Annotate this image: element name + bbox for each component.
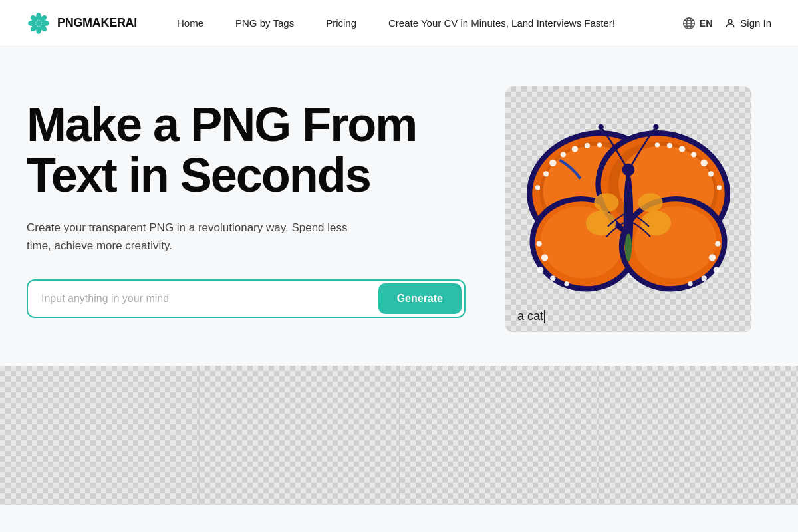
svg-point-21 bbox=[572, 146, 578, 152]
svg-point-50 bbox=[714, 267, 720, 273]
svg-point-19 bbox=[549, 160, 556, 166]
svg-point-48 bbox=[709, 254, 716, 261]
sign-in-button[interactable]: Sign In bbox=[724, 17, 771, 29]
prompt-input[interactable] bbox=[28, 282, 376, 315]
language-label: EN bbox=[700, 18, 712, 29]
svg-point-55 bbox=[594, 193, 618, 212]
svg-point-25 bbox=[535, 185, 540, 190]
promo-link[interactable]: Create Your CV in Minutes, Land Intervie… bbox=[388, 17, 615, 29]
svg-point-51 bbox=[702, 275, 707, 281]
generate-form: Generate bbox=[27, 279, 466, 318]
svg-point-58 bbox=[622, 164, 635, 176]
svg-point-42 bbox=[655, 142, 660, 147]
svg-point-29 bbox=[541, 254, 548, 261]
svg-point-24 bbox=[543, 171, 549, 176]
png-by-tags-link[interactable]: PNG by Tags bbox=[235, 17, 294, 29]
cat-label: a cat bbox=[517, 309, 545, 323]
hero-left: Make a PNG From Text in Seconds Create y… bbox=[27, 86, 479, 318]
nav-right: EN Sign In bbox=[682, 17, 771, 30]
svg-point-56 bbox=[638, 193, 662, 212]
globe-icon bbox=[682, 17, 696, 30]
language-selector[interactable]: EN bbox=[682, 17, 712, 30]
cursor bbox=[544, 310, 545, 323]
svg-point-49 bbox=[715, 241, 720, 247]
user-icon bbox=[724, 17, 736, 29]
logo-text: PNGMAKERAI bbox=[57, 16, 137, 30]
gallery-section bbox=[0, 366, 798, 505]
svg-point-44 bbox=[717, 185, 722, 190]
svg-point-30 bbox=[537, 241, 542, 247]
svg-point-22 bbox=[585, 143, 590, 148]
generate-button[interactable]: Generate bbox=[378, 283, 462, 314]
svg-point-38 bbox=[701, 160, 708, 166]
sign-in-label: Sign In bbox=[740, 17, 771, 29]
svg-point-40 bbox=[679, 146, 685, 152]
svg-point-41 bbox=[667, 143, 672, 148]
svg-point-14 bbox=[728, 19, 732, 23]
gallery-item bbox=[400, 366, 599, 505]
hero-subtitle: Create your transparent PNG in a revolut… bbox=[27, 219, 372, 255]
svg-point-59 bbox=[598, 124, 604, 130]
nav-links: Home PNG by Tags Pricing Create Your CV … bbox=[177, 17, 682, 29]
hero-title: Make a PNG From Text in Seconds bbox=[27, 100, 479, 200]
logo-link[interactable]: PNGMAKERAI bbox=[27, 11, 137, 35]
svg-point-60 bbox=[653, 124, 658, 130]
hero-section: Make a PNG From Text in Seconds Create y… bbox=[0, 47, 798, 366]
svg-point-33 bbox=[564, 281, 569, 286]
butterfly-image bbox=[525, 106, 732, 313]
navbar: PNGMAKERAI Home PNG by Tags Pricing Crea… bbox=[0, 0, 798, 47]
gallery-item bbox=[200, 366, 399, 505]
svg-point-31 bbox=[537, 267, 543, 273]
svg-point-39 bbox=[691, 152, 696, 157]
hero-right: a cat bbox=[505, 86, 751, 339]
svg-point-52 bbox=[688, 281, 692, 286]
svg-point-23 bbox=[597, 142, 602, 147]
svg-point-32 bbox=[550, 275, 555, 281]
svg-point-61 bbox=[625, 233, 632, 261]
home-link[interactable]: Home bbox=[177, 17, 203, 29]
gallery-item bbox=[599, 366, 798, 505]
pricing-link[interactable]: Pricing bbox=[326, 17, 356, 29]
gallery-item bbox=[0, 366, 200, 505]
svg-point-43 bbox=[708, 171, 714, 176]
svg-point-20 bbox=[561, 152, 566, 157]
butterfly-preview: a cat bbox=[505, 86, 751, 332]
logo-icon bbox=[27, 11, 51, 35]
